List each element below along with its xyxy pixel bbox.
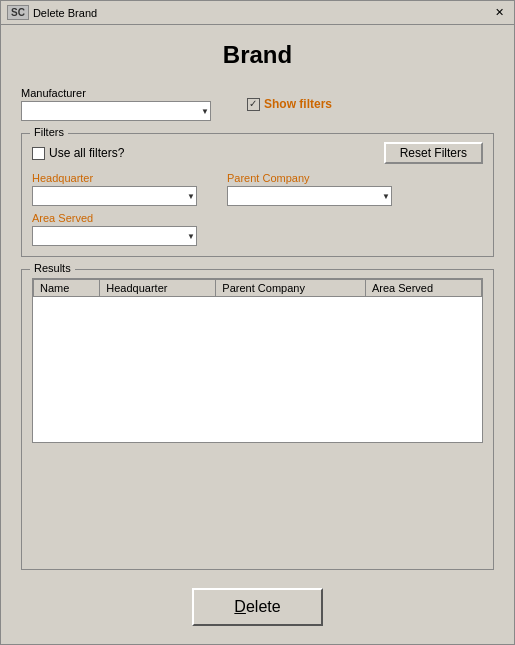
filters-fieldset: Filters Use all filters? Reset Filters H… [21, 133, 494, 257]
close-button[interactable]: ✕ [491, 6, 508, 19]
delete-button[interactable]: Delete [192, 588, 322, 626]
area-served-field-group: Area Served [32, 212, 197, 246]
use-all-filters-checkbox[interactable] [32, 147, 45, 160]
headquarter-select[interactable] [32, 186, 197, 206]
manufacturer-select-wrapper [21, 101, 211, 121]
filters-row-1: Headquarter Parent Company [32, 172, 483, 206]
window-body: Brand Manufacturer Show filters Filters [1, 25, 514, 644]
area-served-select[interactable] [32, 226, 197, 246]
parent-company-select-wrapper [227, 186, 392, 206]
show-filters-checkbox[interactable] [247, 98, 260, 111]
results-table-container[interactable]: Name Headquarter Parent Company Area Ser… [32, 278, 483, 443]
show-filters-label: Show filters [264, 97, 332, 111]
manufacturer-row: Manufacturer Show filters [21, 87, 494, 121]
parent-company-select[interactable] [227, 186, 392, 206]
reset-filters-button[interactable]: Reset Filters [384, 142, 483, 164]
main-window: SC Delete Brand ✕ Brand Manufacturer Sho… [0, 0, 515, 645]
app-icon: SC [7, 5, 29, 20]
title-bar-left: SC Delete Brand [7, 5, 97, 20]
delete-button-row: Delete [21, 578, 494, 634]
col-name: Name [34, 280, 100, 297]
page-title: Brand [21, 41, 494, 69]
headquarter-label: Headquarter [32, 172, 197, 184]
headquarter-select-wrapper [32, 186, 197, 206]
filters-legend: Filters [30, 126, 68, 138]
results-table: Name Headquarter Parent Company Area Ser… [33, 279, 482, 297]
parent-company-label: Parent Company [227, 172, 392, 184]
title-bar: SC Delete Brand ✕ [1, 1, 514, 25]
results-fieldset: Results Name Headquarter Parent Company … [21, 269, 494, 570]
use-all-filters-group: Use all filters? [32, 146, 124, 160]
area-served-label: Area Served [32, 212, 197, 224]
results-legend: Results [30, 262, 75, 274]
manufacturer-select[interactable] [21, 101, 211, 121]
use-all-filters-label: Use all filters? [49, 146, 124, 160]
col-parent-company: Parent Company [216, 280, 366, 297]
title-bar-text: Delete Brand [33, 7, 97, 19]
filters-fields: Headquarter Parent Company [32, 172, 483, 246]
col-headquarter: Headquarter [100, 280, 216, 297]
parent-company-field-group: Parent Company [227, 172, 392, 206]
manufacturer-field-group: Manufacturer [21, 87, 211, 121]
filters-top-row: Use all filters? Reset Filters [32, 142, 483, 164]
filters-row-2: Area Served [32, 212, 483, 246]
col-area-served: Area Served [365, 280, 481, 297]
area-served-select-wrapper [32, 226, 197, 246]
table-header-row: Name Headquarter Parent Company Area Ser… [34, 280, 482, 297]
show-filters-row: Show filters [247, 97, 332, 111]
manufacturer-label: Manufacturer [21, 87, 211, 99]
headquarter-field-group: Headquarter [32, 172, 197, 206]
